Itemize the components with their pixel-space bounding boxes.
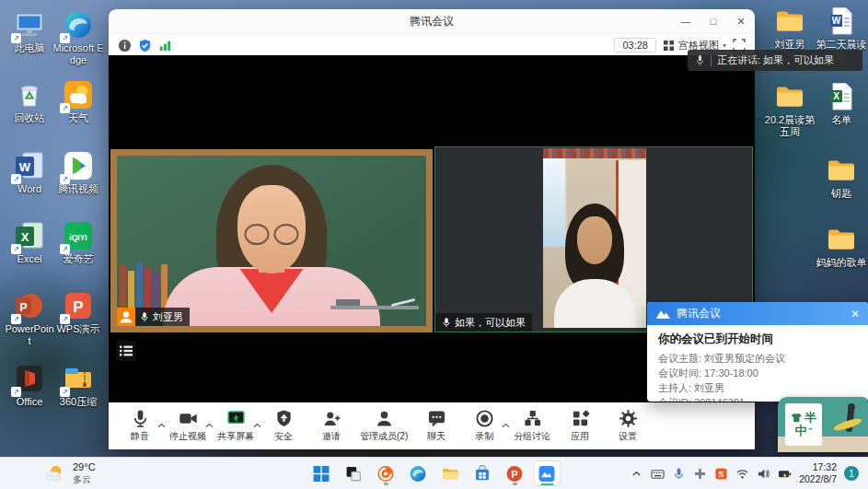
toolbar-label: 分组讨论 [514,430,550,443]
wifi-icon[interactable] [735,467,749,481]
desktop-icon-powerpoint[interactable]: P↗PowerPoint [4,290,55,346]
mic-icon [695,54,705,66]
desktop-icon-label: 名单 [816,114,867,126]
toolbar-label: 设置 [619,430,637,443]
window-titlebar: 腾讯会议 — □ ✕ [109,9,755,34]
clock-date: 2022/8/7 [799,473,837,485]
desktop-icon-weather[interactable]: ↗天气 [52,79,104,124]
toolbar-breakout-rooms-button[interactable]: 分组讨论 [513,409,551,443]
desktop-icon-iqiyi[interactable]: iQIYI↗爱奇艺 [52,220,104,265]
minimize-button[interactable]: — [672,9,700,33]
popup-body: 你的会议已到开始时间 会议主题: 刘亚男预定的会议会议时间: 17:30-18:… [647,325,868,402]
chevron-up-icon[interactable] [205,415,214,421]
desktop-icon-this-pc[interactable]: ↗此电脑 [4,9,55,54]
desktop-icon-label: Microsoft Edge [52,42,104,65]
hidden-icons-chevron-icon[interactable] [630,467,643,481]
desktop-icon-wps[interactable]: P↗WPS演示 [52,290,104,335]
shortcut-arrow-icon: ↗ [60,103,70,113]
desktop-icon-label: WPS演示 [52,323,104,335]
security-icon [274,409,294,428]
popup-detail-line: 会议时间: 17:30-18:00 [658,367,857,381]
taskbar-icon-start[interactable] [307,460,335,486]
shield-check-icon[interactable] [138,39,152,52]
desktop-icon-360zip[interactable]: ↗360压缩 [52,363,104,408]
video-tile-teacher[interactable]: 刘亚男 [110,149,433,332]
speaking-toast: 正在讲话: 如果，可以如果 [688,50,862,71]
folder-icon [774,81,805,112]
toolbar-label: 静音 [131,430,149,443]
participant-list-icon[interactable] [116,341,136,361]
desktop-icon-label: 360压缩 [52,396,104,408]
network-signal-icon[interactable] [158,39,172,52]
desktop-icon-folder-reading-week5[interactable]: 20.2晨读第五周 [764,81,816,137]
maximize-button[interactable]: □ [700,9,727,33]
touch-keyboard-icon[interactable] [651,467,665,481]
toolbar-apps-button[interactable]: 应用 [561,409,599,443]
battery-icon[interactable] [778,467,792,481]
toolbar-label: 停止视频 [169,430,206,443]
svg-text:iQIYI: iQIYI [69,233,87,242]
chevron-up-icon[interactable] [253,415,261,421]
taskbar-icon-browser-360[interactable] [372,460,399,486]
svg-text:X: X [21,230,29,244]
taskbar-icon-edge[interactable] [404,460,432,486]
desktop-icon-recycle-bin[interactable]: 回收站 [4,79,55,124]
taskbar-weather-widget[interactable]: 29°C 多云 [0,461,96,484]
toolbar-chat-button[interactable]: 聊天 [417,409,456,443]
sogou-input-icon[interactable]: S [714,467,728,481]
shortcut-arrow-icon: ↗ [11,174,21,184]
shortcut-arrow-icon: ↗ [11,244,21,254]
toolbar-manage-members-button[interactable]: 管理成员(2) [360,409,408,443]
desktop-icon-excel[interactable]: X↗Excel [4,220,55,265]
toolbar-label: 管理成员(2) [360,430,408,443]
desktop-icon-microsoft-edge[interactable]: ↗Microsoft Edge [52,9,104,65]
shortcut-arrow-icon: ↗ [11,387,21,397]
taskbar-icon-microsoft-store[interactable] [469,460,496,486]
toolbar-record-button[interactable]: 录制 [465,409,503,443]
desktop-icon-folder-keys[interactable]: 钥匙 [816,155,867,200]
toolbar-settings-button[interactable]: 设置 [608,409,647,443]
info-icon[interactable] [118,39,132,52]
participant-nametag: 如果，可以如果 [435,313,532,332]
surf-widget-card[interactable]: 半 中 ” [778,397,868,452]
meeting-reminder-popup: 腾讯会议 ✕ 你的会议已到开始时间 会议主题: 刘亚男预定的会议会议时间: 17… [647,302,868,402]
desktop-icon-label: 20.2晨读第五周 [764,114,816,137]
microphone-icon[interactable] [672,467,686,481]
ime-indicator-icon[interactable] [693,467,707,481]
taskbar-icon-powerpoint[interactable]: P [501,460,528,486]
excel-icon: X↗ [14,220,45,251]
taskbar-icon-file-explorer[interactable] [436,460,464,486]
shortcut-arrow-icon: ↗ [11,314,21,324]
desktop-icon-folder-liuyanan[interactable]: 刘亚男 [764,6,816,51]
toolbar-label: 录制 [475,430,493,443]
taskbar-icon-task-view[interactable] [340,460,367,486]
chevron-up-icon[interactable] [157,415,166,421]
toolbar-security-button[interactable]: 安全 [264,409,303,443]
surf-card-char-bottom: 中 [795,425,807,437]
desktop-icon-xls-name-list[interactable]: X名单 [816,81,867,126]
desktop-icon-tencent-video[interactable]: ↗腾讯视频 [52,150,104,195]
desktop-icon-folder-moms-playlist[interactable]: 妈妈的歌单 [816,224,867,269]
taskbar-icon-tencent-meeting[interactable] [533,460,561,486]
student-video [543,148,646,328]
taskbar-clock[interactable]: 17:32 2022/8/7 [799,461,837,485]
participant-name: 刘亚男 [153,310,183,324]
toolbar-stop-video-button[interactable]: 停止视频 [168,409,207,443]
this-pc-icon: ↗ [14,9,45,41]
desktop-icon-word[interactable]: W↗Word [4,150,55,195]
close-button[interactable]: ✕ [727,9,755,33]
breakout-rooms-icon [523,409,542,428]
toolbar-invite-button[interactable]: 邀请 [312,409,351,443]
desktop-icon-office[interactable]: ↗Office [4,363,55,408]
toolbar-label: 聊天 [427,430,446,443]
toolbar-label: 邀请 [322,430,341,443]
notification-count-badge[interactable]: 1 [844,466,859,481]
desktop-icon-label: 天气 [52,112,104,124]
apps-icon [571,409,590,428]
chevron-up-icon[interactable] [502,415,510,421]
toolbar-mute-button[interactable]: 静音 [121,409,159,443]
participant-nametag: 刘亚男 [117,308,190,326]
toolbar-share-screen-button[interactable]: 共享屏幕 [216,409,255,443]
volume-icon[interactable] [757,467,770,481]
popup-close-icon[interactable]: ✕ [851,309,860,320]
